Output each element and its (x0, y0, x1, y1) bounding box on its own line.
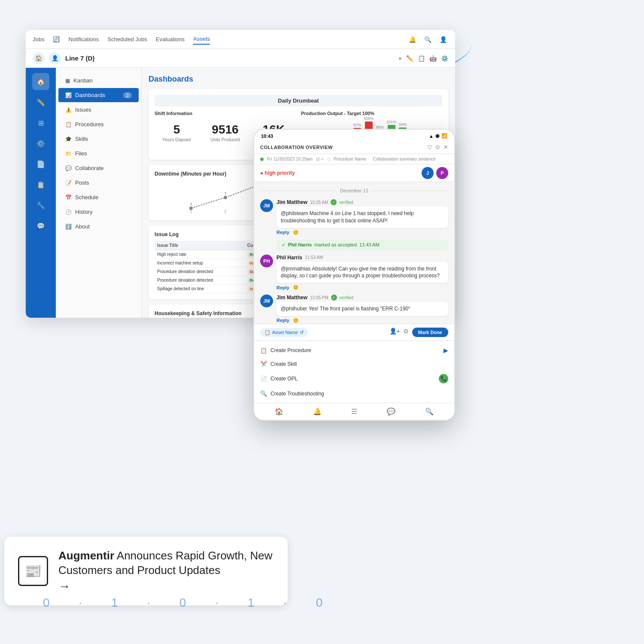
bottom-nav-bell[interactable]: 🔔 (313, 407, 322, 416)
priority-bar: ● high priority J P (254, 164, 454, 182)
create-troubleshooting-item[interactable]: 🔍 Create Troubleshooting (254, 387, 454, 400)
reply-btn-2[interactable]: Reply (276, 285, 289, 290)
sidebar-chat-icon[interactable]: 💬 (32, 217, 49, 234)
nav-skills[interactable]: 🎓 Skills (58, 132, 139, 146)
msg-content-1: Jim Matthew 10:25 AM ✓ verified @philste… (276, 199, 448, 235)
mobile-overlay: 10:43 ▲◉📶 COLLABORATION OVERVIEW ▽ ⊙ ✕ F… (253, 129, 455, 421)
sidebar-file-icon[interactable]: 📄 (32, 155, 49, 173)
asset-title: Line 7 (D) (65, 55, 94, 62)
bar-label-4: 93% (399, 122, 407, 127)
kanban-icon: ▦ (65, 78, 70, 84)
add-action-icon[interactable]: + (398, 55, 402, 62)
date-divider: December 11 (260, 186, 448, 195)
sidebar-wrench-icon[interactable]: 🔧 (32, 197, 49, 214)
mark-done-button[interactable]: Mark Done (412, 328, 448, 337)
mobile-header: COLLABORATION OVERVIEW ▽ ⊙ ✕ (254, 140, 454, 154)
notif-timestamp: Fri 11/30/2023 10:25am (267, 157, 313, 161)
nav-assets[interactable]: Assets (193, 34, 210, 45)
bottom-nav-search[interactable]: 🔍 (425, 407, 434, 416)
shift-info-title: Shift Information (155, 111, 296, 116)
stat-hours-label: Hours Elapsed (158, 137, 195, 142)
create-opl-icon: 📄 (260, 376, 267, 382)
create-skill-label: Create Skill (270, 361, 297, 367)
msg-name-3: Jim Matthew (276, 295, 307, 301)
nav-schedule[interactable]: 📅 Schedule (58, 190, 139, 204)
robot-action-icon[interactable]: 🤖 (429, 55, 437, 62)
nav-refresh-icon[interactable]: 🔄 (53, 34, 60, 44)
share-btn[interactable]: ⊙ (404, 328, 409, 337)
nav-user-icon[interactable]: 👤 (438, 34, 448, 45)
nav-files[interactable]: 📁 Files (58, 146, 139, 161)
svg-text:7: 7 (224, 191, 226, 196)
svg-point-4 (224, 196, 227, 199)
news-text: Augmentir Announces Rapid Growth, New Cu… (58, 549, 274, 593)
msg-bubble-2: @jimmathias Absolutely! Can you give me … (276, 262, 448, 283)
settings-action-icon[interactable]: ⚙️ (441, 55, 448, 62)
bottom-nav-home[interactable]: 🏠 (275, 407, 283, 416)
create-procedure-icon: 📋 (260, 347, 267, 354)
mobile-bottom-nav: 🏠 🔔 ☰ 💬 🔍 (254, 403, 454, 420)
create-procedure-label: Create Procedure (270, 347, 311, 353)
reply-btn-1[interactable]: Reply (276, 230, 289, 235)
nav-issues[interactable]: ⚠️ Issues (58, 103, 139, 117)
chat-msg-3: JM Jim Matthew 12:05 PM ✓ verified @phil… (260, 295, 448, 323)
create-skill-item[interactable]: ✂️ Create Skill (254, 357, 454, 371)
close-icon[interactable]: ✕ (444, 144, 448, 150)
sidebar-home-icon[interactable]: 🏠 (32, 73, 49, 90)
dashboards-badge: 2 (123, 92, 132, 98)
svg-text:1: 1 (190, 209, 192, 213)
sidebar-list-icon[interactable]: 📋 (32, 176, 49, 193)
nav-about[interactable]: ℹ️ About (58, 219, 139, 234)
msg-content-2: Phil Harris 11:53 AM @jimmathias Absolut… (276, 255, 448, 291)
nav-procedures[interactable]: 📋 Procedures (58, 117, 139, 131)
filter-icon[interactable]: ▽ (428, 144, 432, 150)
nav-search-icon[interactable]: 🔍 (422, 34, 433, 45)
asset-name-chip-icon: 📋 (264, 330, 270, 335)
reaction-btn-3[interactable]: 🙂 (293, 318, 299, 323)
nav-jobs[interactable]: Jobs (33, 34, 44, 44)
issues-icon: ⚠️ (65, 107, 72, 113)
edit-action-icon[interactable]: ✏️ (406, 55, 413, 62)
daily-drumbeat-title: Daily Drumbeat (155, 95, 442, 106)
nav-scheduled-jobs[interactable]: Scheduled Jobs (107, 34, 147, 44)
settings-icon[interactable]: ⊙ (435, 144, 440, 150)
verified-icon-3: ✓ (331, 295, 337, 301)
sidebar-settings-icon[interactable]: ⚙️ (32, 135, 49, 152)
procedure-name: Procedure Name (334, 157, 366, 161)
nav-history[interactable]: 🕐 History (58, 205, 139, 219)
nav-collaborate[interactable]: 💬 Collaborate (58, 161, 139, 175)
bar-label-3: 101% (386, 120, 396, 124)
asset-name-chip: 📋 Asset Name ↺ (260, 328, 308, 337)
nav-evaluations[interactable]: Evaluations (156, 34, 185, 44)
reaction-btn-1[interactable]: 🙂 (293, 230, 299, 235)
bar-label-0: 97% (353, 123, 361, 127)
nav-kanban[interactable]: ▦ Kanban (58, 73, 139, 88)
col-issue-title: Issue Title (155, 241, 245, 250)
sidebar-edit-icon[interactable]: ✏️ (32, 94, 49, 111)
notif-icons: ⊡ ✓ (316, 157, 324, 161)
create-opl-item[interactable]: 📄 Create OPL 📞 (254, 371, 454, 387)
chat-action-area: 📋 Asset Name ↺ 👤+ ⊙ Mark Done 📋 Create P… (254, 324, 454, 420)
reaction-btn-2[interactable]: 🙂 (293, 285, 299, 290)
news-icon: 📰 (18, 556, 48, 586)
nav-bell-icon[interactable]: 🔔 (407, 34, 417, 45)
news-arrow: → (58, 580, 70, 593)
stat-units-label: Units Produced (207, 137, 244, 142)
verified-label-3: verified (340, 295, 353, 300)
create-procedure-item[interactable]: 📋 Create Procedure ▶ (254, 343, 454, 357)
history-icon: 🕐 (65, 209, 72, 215)
news-read-more[interactable]: → (58, 580, 274, 593)
bottom-nav-menu[interactable]: ☰ (351, 407, 357, 416)
create-troubleshooting-icon: 🔍 (260, 390, 267, 397)
msg-bubble-1: @philsteam Machine 4 on Line 1 has stopp… (276, 207, 448, 228)
news-headline: Augmentir Announces Rapid Growth, New Cu… (58, 549, 274, 578)
nav-dashboards[interactable]: 📊 Dashboards 2 (58, 88, 139, 102)
asset-name-reset-icon[interactable]: ↺ (300, 330, 304, 335)
nav-notifications[interactable]: Notifications (68, 34, 99, 44)
bottom-nav-chat[interactable]: 💬 (387, 407, 395, 416)
nav-posts[interactable]: 📝 Posts (58, 176, 139, 190)
sidebar-grid-icon[interactable]: ⊞ (32, 114, 49, 131)
add-person-btn[interactable]: 👤+ (389, 328, 400, 337)
reply-btn-3[interactable]: Reply (276, 318, 289, 323)
copy-action-icon[interactable]: 📋 (418, 55, 425, 62)
